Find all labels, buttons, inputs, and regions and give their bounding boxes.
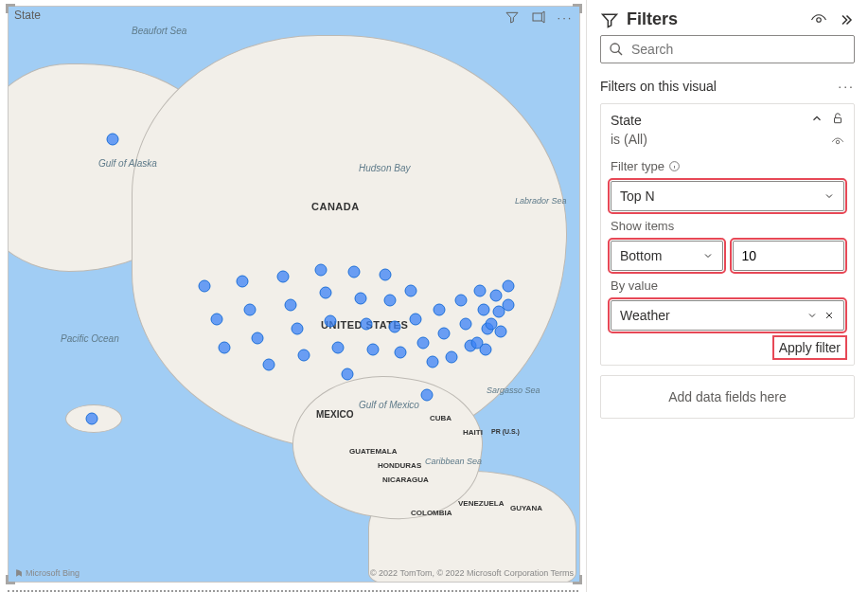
label-sargasso: Sargasso Sea xyxy=(487,386,540,395)
label-pacific-ocean: Pacific Ocean xyxy=(61,333,117,344)
svg-rect-3 xyxy=(835,117,841,122)
filter-type-label: Filter type xyxy=(611,159,664,173)
show-items-count-input[interactable] xyxy=(733,241,845,271)
collapse-pane-icon[interactable] xyxy=(836,10,855,29)
show-items-label: Show items xyxy=(611,219,844,233)
visual-filter-icon[interactable] xyxy=(504,9,521,26)
label-mexico: MEXICO xyxy=(316,409,353,420)
filters-section-header: Filters on this visual xyxy=(600,79,717,94)
svg-point-2 xyxy=(611,44,619,52)
label-cuba: CUBA xyxy=(430,414,452,422)
visual-focus-icon[interactable] xyxy=(530,9,547,26)
visual-more-icon[interactable]: ··· xyxy=(557,9,574,26)
chevron-down-icon xyxy=(824,190,835,202)
filters-pane-title: Filters xyxy=(627,9,802,29)
clear-field-icon[interactable] xyxy=(824,310,835,321)
svg-rect-0 xyxy=(533,13,541,21)
add-data-fields-well[interactable]: Add data fields here xyxy=(600,375,855,419)
label-guatemala: GUATEMALA xyxy=(349,447,398,456)
visual-title: State xyxy=(14,9,41,22)
by-value-label: By value xyxy=(611,278,844,293)
by-value-value: Weather xyxy=(620,308,670,323)
label-canada: CANADA xyxy=(311,201,360,212)
collapse-card-icon[interactable] xyxy=(810,112,824,128)
label-colombia: COLOMBIA xyxy=(411,509,452,517)
label-beaufort-sea: Beaufort Sea xyxy=(132,26,186,36)
filter-card-state: State is (All) xyxy=(600,103,855,366)
show-items-direction-value: Bottom xyxy=(620,248,662,263)
map-attribution-left: Microsoft Bing xyxy=(14,568,80,578)
chevron-down-icon xyxy=(702,250,714,261)
label-hudson-bay: Hudson Bay xyxy=(359,163,410,173)
label-gulf-mexico: Gulf of Mexico xyxy=(359,400,416,410)
map-attribution-right: © 2022 TomTom, © 2022 Microsoft Corporat… xyxy=(370,568,574,578)
filters-pane-icon xyxy=(600,10,619,29)
label-pr: PR (U.S.) xyxy=(491,428,520,435)
label-honduras: HONDURAS xyxy=(378,461,421,470)
filters-search-input[interactable] xyxy=(631,42,846,57)
label-labrador-sea: Labrador Sea xyxy=(515,196,567,206)
visibility-icon[interactable] xyxy=(809,10,828,29)
label-venezuela: VENEZUELA xyxy=(458,499,504,508)
apply-filter-button[interactable]: Apply filter xyxy=(775,338,844,357)
label-guyana: GUYANA xyxy=(510,504,542,512)
svg-point-4 xyxy=(836,140,840,144)
label-nicaragua: NICARAGUA xyxy=(382,475,429,484)
filter-condition: is (All) xyxy=(611,131,647,150)
section-more-icon[interactable]: ··· xyxy=(838,79,855,94)
lock-icon[interactable] xyxy=(831,112,844,128)
filter-type-value: Top N xyxy=(620,188,655,204)
chevron-down-icon[interactable] xyxy=(806,310,818,321)
search-icon xyxy=(609,42,624,57)
label-haiti: HAITI xyxy=(463,428,483,437)
label-caribbean: Caribbean Sea xyxy=(425,457,482,466)
map-canvas[interactable]: Beaufort Sea Gulf of Alaska Hudson Bay L… xyxy=(9,7,579,582)
filters-search[interactable] xyxy=(600,35,855,63)
show-items-direction-dropdown[interactable]: Bottom xyxy=(611,241,723,271)
filter-type-dropdown[interactable]: Top N xyxy=(611,181,844,211)
by-value-field-well[interactable]: Weather xyxy=(611,300,844,331)
filter-field-name: State xyxy=(611,112,647,131)
map-visual-container[interactable]: Beaufort Sea Gulf of Alaska Hudson Bay L… xyxy=(8,6,580,583)
info-icon[interactable] xyxy=(668,160,681,172)
svg-point-1 xyxy=(817,17,822,22)
filters-pane: Filters Filters on this visual ··· State… xyxy=(586,0,868,592)
label-gulf-alaska: Gulf of Alaska xyxy=(98,158,155,169)
card-visibility-icon[interactable] xyxy=(831,135,844,152)
